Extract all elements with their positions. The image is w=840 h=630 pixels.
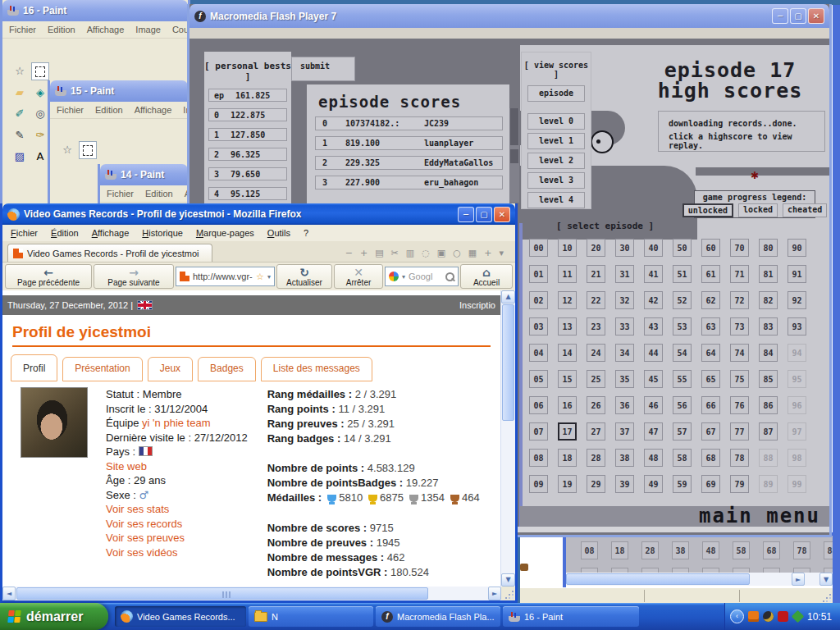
taskbar-item-2[interactable]: N [249,606,373,627]
episode-cell-27[interactable]: 27 [587,422,605,441]
episode-cell-57[interactable]: 57 [673,422,692,441]
inscription-link[interactable]: Inscriptio [459,300,495,310]
episode-cell-37[interactable]: 37 [615,422,634,441]
text-tool-icon[interactable]: A [31,148,49,166]
menu-item[interactable]: Marque-pages [196,228,254,238]
paste-icon[interactable]: ▤ [375,248,383,258]
episode-cell-17[interactable]: 17 [558,422,577,441]
back-button[interactable]: ← Page précédente [5,264,92,289]
scores-scrollbar[interactable] [509,108,519,203]
menu-item[interactable]: Historique [142,228,183,238]
episode-cell-51[interactable]: 51 [673,265,692,283]
episode-cell-05[interactable]: 05 [529,370,548,388]
search-box[interactable]: ▾ Googl [385,267,459,286]
episode-cell-24[interactable]: 24 [587,344,605,362]
episode-cell-13[interactable]: 13 [558,317,577,336]
view-scores-button[interactable]: level 1 [527,133,585,149]
taskbar-item-3[interactable]: fMacromedia Flash Pla... [376,606,500,627]
profile-link[interactable]: Voir ses records [106,518,182,530]
personal-best-row[interactable]: 1127.850 [208,128,287,141]
episode-cell-90[interactable]: 90 [788,239,806,257]
resize-grip[interactable] [822,593,831,602]
fill-icon[interactable]: ◈ [31,84,49,102]
tray-chevron-icon[interactable]: ‹ [730,609,744,623]
episode-cell-19[interactable]: 19 [558,475,577,493]
view-scores-button[interactable]: episode [527,85,585,102]
episode-cell-91[interactable]: 91 [788,265,806,283]
episode-cell-09[interactable]: 09 [529,475,548,493]
view-scores-button[interactable]: level 4 [527,192,585,208]
menu-item[interactable]: ? [304,228,308,238]
ati-tray-icon[interactable] [778,611,788,622]
paint14-titlebar[interactable]: 14 - Paint [100,164,188,185]
personal-best-row[interactable]: 495.125 [208,187,287,200]
menu-item[interactable]: Affichage [92,228,130,238]
airbrush-icon[interactable]: ▨ [11,148,29,166]
cut-icon[interactable]: ✂ [391,248,399,258]
resize-grip[interactable] [504,590,514,599]
menu-item[interactable]: Fichier [11,228,38,238]
scrollbar-thumb[interactable] [502,304,514,421]
episode-cell-08[interactable]: 08 [581,541,598,559]
minimize-button[interactable]: ─ [458,207,474,222]
plus-icon[interactable]: + [360,248,368,258]
episode-cell-10[interactable]: 10 [558,239,577,257]
menu-item[interactable]: Edition [95,105,123,115]
refresh-button[interactable]: ↻ Actualiser [276,264,332,289]
start-button[interactable]: démarrer [0,603,108,630]
clock[interactable]: 10:51 [807,611,832,623]
scrollbar-thumb[interactable] [566,573,750,585]
home-button[interactable]: ⌂ Accueil [460,264,513,289]
tab-liste-des-messages[interactable]: Liste des messages [261,357,372,381]
address-bar[interactable]: http://www.vgr- ☆ ▾ [176,267,275,286]
episode-cell-53[interactable]: 53 [673,317,692,336]
behind-horizontal-scrollbar[interactable]: ► ▼ [566,573,833,586]
episode-cell-66[interactable]: 66 [701,396,720,414]
menu-item[interactable]: Édition [51,228,79,238]
episode-cell-83[interactable]: 83 [759,317,778,336]
episode-cell-70[interactable]: 70 [730,239,749,257]
flash-titlebar[interactable]: f Macromedia Flash Player 7 ─ ▢ ✕ [189,4,829,28]
legend-locked-button[interactable]: locked [738,203,778,217]
profile-link[interactable]: yi 'n phie team [142,417,210,429]
personal-best-row[interactable]: ep161.825 [208,89,287,102]
tab-jeux[interactable]: Jeux [148,357,193,381]
episode-cell-38[interactable]: 38 [672,541,689,559]
episode-cell-62[interactable]: 62 [701,291,720,309]
menu-item[interactable]: Affichage [87,25,125,34]
close-button[interactable]: ✕ [494,207,510,222]
episode-cell-72[interactable]: 72 [730,291,749,309]
history-clock-icon[interactable]: ○ [453,248,461,258]
paint15-titlebar[interactable]: 15 - Paint [50,80,188,102]
freeform-select-icon[interactable]: ☆ [58,141,76,159]
episode-cell-78[interactable]: 78 [793,541,810,559]
scroll-right-button[interactable]: ► [792,573,805,586]
search-input[interactable]: Googl [409,272,442,281]
rect-select-icon[interactable] [31,62,49,80]
episode-cell-94[interactable]: 94 [788,344,806,362]
episode-cell-28[interactable]: 28 [587,449,605,467]
episode-cell-71[interactable]: 71 [730,265,749,283]
episode-cell-29[interactable]: 29 [587,475,605,493]
episode-score-row[interactable]: 0107374182.:JC239 [315,116,503,130]
episode-cell-31[interactable]: 31 [615,265,634,283]
episode-cell-34[interactable]: 34 [615,344,634,362]
scroll-down-button[interactable]: ▼ [819,573,833,586]
magnifier-icon[interactable]: ◎ [31,105,49,123]
episode-cell-36[interactable]: 36 [615,396,634,414]
profile-link[interactable]: Voir ses preuves [106,532,185,544]
episode-cell-38[interactable]: 38 [615,449,634,467]
brush-icon[interactable]: ✑ [31,126,49,144]
episode-cell-23[interactable]: 23 [587,317,605,336]
view-scores-button[interactable]: level 2 [527,153,585,169]
rect-select-icon[interactable] [79,141,97,159]
volume-tray-icon[interactable] [763,611,774,622]
main-menu-bar[interactable]: main menu [520,506,829,527]
profile-link[interactable]: Voir ses vidéos [106,546,177,559]
main-menu-label[interactable]: main menu [520,506,829,527]
stop-button[interactable]: ✕ Arrêter [334,264,383,289]
resize-corner[interactable] [501,587,515,600]
episode-cell-33[interactable]: 33 [615,317,634,336]
minus-icon[interactable]: − [345,248,353,258]
firefox-titlebar[interactable]: Video Games Records - Profil de yicestmo… [2,203,515,225]
